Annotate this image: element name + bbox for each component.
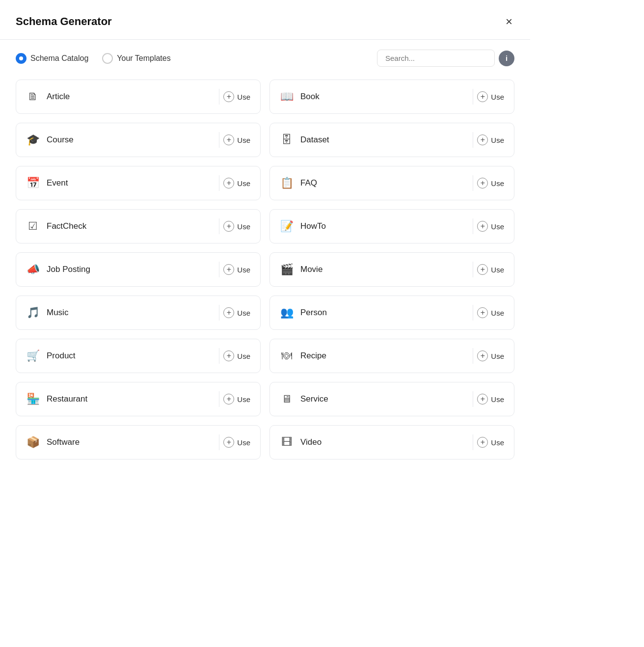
- use-button-course[interactable]: +Use: [223, 135, 250, 145]
- music-icon: 🎵: [26, 306, 40, 319]
- course-icon: 🎓: [26, 134, 40, 146]
- card-right-howto: +Use: [469, 218, 504, 234]
- card-label-article: Article: [47, 92, 70, 102]
- card-right-factcheck: +Use: [215, 218, 250, 234]
- tab-schema-catalog[interactable]: Schema Catalog: [16, 53, 88, 64]
- use-button-video[interactable]: +Use: [477, 437, 504, 448]
- use-circle-job-posting: +: [223, 264, 234, 275]
- movie-icon: 🎬: [280, 263, 294, 276]
- card-faq[interactable]: 📋FAQ+Use: [269, 166, 514, 200]
- use-circle-factcheck: +: [223, 221, 234, 232]
- tab-your-templates[interactable]: Your Templates: [102, 53, 170, 64]
- card-label-book: Book: [300, 92, 320, 102]
- use-button-service[interactable]: +Use: [477, 394, 504, 404]
- modal-title: Schema Generator: [16, 15, 112, 28]
- card-left-howto: 📝HowTo: [280, 220, 326, 233]
- card-right-article: +Use: [215, 89, 250, 105]
- use-label-job-posting: Use: [237, 266, 250, 274]
- card-service[interactable]: 🖥Service+Use: [269, 382, 514, 416]
- card-article[interactable]: 🗎Article+Use: [16, 80, 261, 114]
- close-button[interactable]: ×: [504, 14, 514, 29]
- search-input[interactable]: [377, 50, 495, 67]
- card-left-course: 🎓Course: [26, 134, 74, 146]
- toolbar: Schema Catalog Your Templates i: [0, 40, 530, 75]
- card-divider-article: [219, 89, 219, 105]
- card-factcheck[interactable]: ☑FactCheck+Use: [16, 209, 261, 243]
- info-button[interactable]: i: [499, 51, 514, 66]
- use-button-howto[interactable]: +Use: [477, 221, 504, 232]
- card-left-video: 🎞Video: [280, 436, 322, 449]
- card-person[interactable]: 👥Person+Use: [269, 296, 514, 330]
- use-button-article[interactable]: +Use: [223, 91, 250, 102]
- card-left-product: 🛒Product: [26, 350, 76, 362]
- use-label-movie: Use: [491, 266, 504, 274]
- card-music[interactable]: 🎵Music+Use: [16, 296, 261, 330]
- use-button-movie[interactable]: +Use: [477, 264, 504, 275]
- use-button-recipe[interactable]: +Use: [477, 350, 504, 361]
- card-software[interactable]: 📦Software+Use: [16, 425, 261, 459]
- card-divider-job-posting: [219, 262, 219, 277]
- card-label-restaurant: Restaurant: [47, 394, 87, 404]
- card-event[interactable]: 📅Event+Use: [16, 166, 261, 200]
- use-circle-book: +: [477, 91, 488, 102]
- card-divider-service: [473, 391, 473, 407]
- use-circle-event: +: [223, 178, 234, 189]
- card-howto[interactable]: 📝HowTo+Use: [269, 209, 514, 243]
- tab-schema-catalog-label: Schema Catalog: [30, 54, 88, 63]
- radio-schema-catalog[interactable]: [16, 53, 27, 64]
- card-movie[interactable]: 🎬Movie+Use: [269, 252, 514, 287]
- schema-grid: 🗎Article+Use📖Book+Use🎓Course+Use🗄Dataset…: [0, 75, 530, 475]
- use-circle-faq: +: [477, 178, 488, 189]
- card-right-course: +Use: [215, 132, 250, 148]
- use-circle-recipe: +: [477, 350, 488, 361]
- card-divider-restaurant: [219, 391, 219, 407]
- radio-your-templates[interactable]: [102, 53, 113, 64]
- card-recipe[interactable]: 🍽Recipe+Use: [269, 339, 514, 373]
- card-label-faq: FAQ: [300, 178, 317, 188]
- card-divider-course: [219, 132, 219, 148]
- card-left-movie: 🎬Movie: [280, 263, 322, 276]
- card-label-movie: Movie: [300, 265, 322, 274]
- use-button-event[interactable]: +Use: [223, 178, 250, 189]
- use-label-event: Use: [237, 179, 250, 188]
- card-divider-dataset: [473, 132, 473, 148]
- use-button-factcheck[interactable]: +Use: [223, 221, 250, 232]
- use-button-software[interactable]: +Use: [223, 437, 250, 448]
- use-button-person[interactable]: +Use: [477, 307, 504, 318]
- card-divider-factcheck: [219, 218, 219, 234]
- card-left-article: 🗎Article: [26, 90, 70, 103]
- card-restaurant[interactable]: 🏪Restaurant+Use: [16, 382, 261, 416]
- card-divider-movie: [473, 262, 473, 277]
- card-course[interactable]: 🎓Course+Use: [16, 123, 261, 157]
- use-circle-course: +: [223, 135, 234, 145]
- use-label-article: Use: [237, 93, 250, 101]
- card-product[interactable]: 🛒Product+Use: [16, 339, 261, 373]
- card-right-restaurant: +Use: [215, 391, 250, 407]
- card-right-faq: +Use: [469, 175, 504, 191]
- use-button-dataset[interactable]: +Use: [477, 135, 504, 145]
- card-dataset[interactable]: 🗄Dataset+Use: [269, 123, 514, 157]
- use-button-job-posting[interactable]: +Use: [223, 264, 250, 275]
- use-button-music[interactable]: +Use: [223, 307, 250, 318]
- use-circle-howto: +: [477, 221, 488, 232]
- card-job-posting[interactable]: 📣Job Posting+Use: [16, 252, 261, 287]
- use-circle-music: +: [223, 307, 234, 318]
- use-button-product[interactable]: +Use: [223, 350, 250, 361]
- card-divider-music: [219, 305, 219, 321]
- modal-header: Schema Generator ×: [0, 0, 530, 40]
- use-circle-service: +: [477, 394, 488, 404]
- card-right-video: +Use: [469, 434, 504, 450]
- search-wrap: i: [377, 50, 514, 67]
- service-icon: 🖥: [280, 393, 294, 405]
- use-button-faq[interactable]: +Use: [477, 178, 504, 189]
- card-divider-howto: [473, 218, 473, 234]
- card-left-person: 👥Person: [280, 306, 327, 319]
- use-circle-product: +: [223, 350, 234, 361]
- use-button-restaurant[interactable]: +Use: [223, 394, 250, 404]
- use-button-book[interactable]: +Use: [477, 91, 504, 102]
- card-book[interactable]: 📖Book+Use: [269, 80, 514, 114]
- card-divider-book: [473, 89, 473, 105]
- use-label-video: Use: [491, 438, 504, 447]
- card-video[interactable]: 🎞Video+Use: [269, 425, 514, 459]
- card-label-dataset: Dataset: [300, 135, 329, 145]
